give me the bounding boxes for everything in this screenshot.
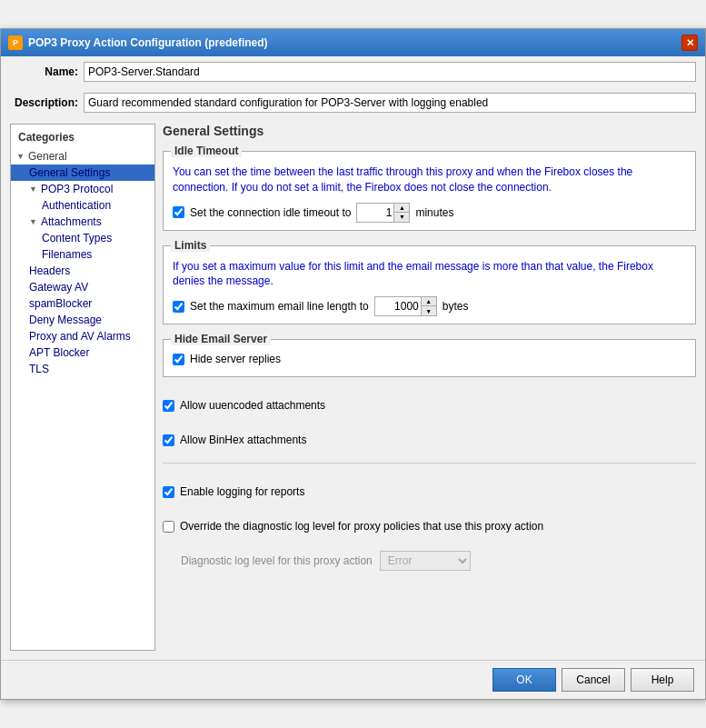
idle-timeout-value[interactable] (357, 204, 393, 222)
enable-logging-checkbox[interactable] (163, 486, 174, 498)
tree-label-deny-message: Deny Message (29, 314, 102, 326)
title-bar: P POP3 Proxy Action Configuration (prede… (1, 29, 705, 56)
tree-label-proxy-av-alarms: Proxy and AV Alarms (29, 330, 131, 343)
section-title: General Settings (163, 124, 696, 138)
idle-timeout-spinner: ▲ ▼ (356, 203, 410, 223)
description-row: Description: (1, 87, 705, 118)
diagnostic-select[interactable]: Error Warning Information Debug (380, 551, 471, 571)
limits-spinner: ▲ ▼ (374, 296, 437, 316)
limits-decrement[interactable]: ▼ (422, 306, 436, 315)
tree-label-pop3-protocol: POP3 Protocol (41, 183, 113, 195)
idle-timeout-checkbox-label: Set the connection idle timeout to (190, 206, 351, 219)
idle-timeout-content: You can set the time between the last tr… (164, 152, 695, 230)
hide-server-row: Hide server replies (173, 353, 686, 365)
idle-timeout-checkbox[interactable] (173, 206, 184, 218)
hide-email-group: Hide Email Server Hide server replies (163, 339, 696, 377)
limits-value[interactable] (375, 297, 421, 315)
idle-timeout-spinner-buttons: ▲ ▼ (393, 204, 409, 222)
bottom-bar: OK Cancel Help (1, 660, 705, 699)
name-label: Name: (10, 65, 78, 78)
expand-icon-general: ▼ (16, 152, 25, 161)
description-input[interactable] (84, 93, 696, 113)
hide-email-title: Hide Email Server (171, 333, 271, 345)
tree-item-filenames[interactable]: Filenames (11, 246, 154, 263)
idle-timeout-desc: You can set the time between the last tr… (173, 165, 686, 195)
tree-label-general-settings: General Settings (29, 166, 110, 179)
allow-binhex-row: Allow BinHex attachments (163, 434, 696, 446)
categories-panel: Categories ▼ General General Settings ▼ … (10, 124, 155, 651)
limits-content: If you set a maximum value for this limi… (164, 246, 695, 324)
tree-item-tls[interactable]: TLS (11, 361, 154, 377)
hide-email-content: Hide server replies (164, 340, 695, 376)
allow-binhex-label: Allow BinHex attachments (180, 434, 306, 446)
idle-timeout-control: Set the connection idle timeout to ▲ ▼ m… (173, 203, 686, 223)
tree-item-general[interactable]: ▼ General (11, 148, 154, 165)
name-input[interactable] (84, 62, 696, 82)
app-icon: P (8, 35, 23, 50)
close-button[interactable]: ✕ (681, 35, 698, 51)
limits-unit: bytes (442, 300, 469, 313)
tree-item-apt-blocker[interactable]: APT Blocker (11, 344, 154, 361)
allow-uuencoded-checkbox[interactable] (163, 400, 174, 412)
limits-desc: If you set a maximum value for this limi… (173, 259, 686, 290)
right-panel: General Settings Idle Timeout You can se… (163, 124, 696, 651)
main-window: P POP3 Proxy Action Configuration (prede… (0, 28, 706, 700)
categories-title: Categories (11, 128, 154, 148)
enable-logging-row: Enable logging for reports (163, 485, 696, 498)
idle-timeout-increment[interactable]: ▲ (394, 204, 409, 213)
tree-item-general-settings[interactable]: General Settings (11, 165, 154, 181)
window-title: POP3 Proxy Action Configuration (predefi… (28, 36, 268, 49)
tree-label-authentication: Authentication (42, 199, 111, 212)
tree-label-tls: TLS (29, 363, 49, 375)
tree-item-spamblocker[interactable]: spamBlocker (11, 295, 154, 312)
tree-item-content-types[interactable]: Content Types (11, 230, 154, 246)
allow-uuencoded-label: Allow uuencoded attachments (180, 399, 325, 412)
limits-checkbox[interactable] (173, 301, 184, 313)
tree-item-attachments[interactable]: ▼ Attachments (11, 214, 154, 230)
cancel-button[interactable]: Cancel (562, 668, 625, 692)
limits-title: Limits (171, 239, 210, 252)
idle-timeout-title: Idle Timeout (171, 145, 242, 157)
tree-item-headers[interactable]: Headers (11, 263, 154, 279)
override-diagnostic-label: Override the diagnostic log level for pr… (180, 520, 543, 533)
tree-label-gateway-av: Gateway AV (29, 281, 88, 294)
tree-label-filenames: Filenames (42, 248, 92, 261)
tree-item-authentication[interactable]: Authentication (11, 197, 154, 214)
allow-binhex-checkbox[interactable] (163, 434, 174, 446)
expand-icon-attachments: ▼ (29, 217, 38, 226)
tree-item-gateway-av[interactable]: Gateway AV (11, 279, 154, 295)
diagnostic-row: Diagnostic log level for this proxy acti… (181, 551, 696, 571)
limits-increment[interactable]: ▲ (422, 297, 436, 306)
tree-label-general: General (28, 150, 67, 163)
override-diagnostic-row: Override the diagnostic log level for pr… (163, 520, 696, 533)
hide-server-checkbox[interactable] (173, 354, 184, 365)
tree-label-content-types: Content Types (42, 232, 112, 244)
name-row: Name: (1, 56, 705, 87)
idle-timeout-group: Idle Timeout You can set the time betwee… (163, 151, 696, 231)
tree-item-pop3-protocol[interactable]: ▼ POP3 Protocol (11, 181, 154, 197)
override-diagnostic-checkbox[interactable] (163, 521, 174, 533)
main-content: Categories ▼ General General Settings ▼ … (1, 118, 705, 656)
tree-item-proxy-av-alarms[interactable]: Proxy and AV Alarms (11, 328, 154, 344)
hide-server-label: Hide server replies (190, 353, 281, 365)
tree-item-deny-message[interactable]: Deny Message (11, 312, 154, 328)
limits-group: Limits If you set a maximum value for th… (163, 245, 696, 325)
idle-timeout-unit: minutes (415, 206, 453, 219)
ok-button[interactable]: OK (492, 668, 556, 692)
tree-label-attachments: Attachments (41, 215, 102, 228)
limits-control: Set the maximum email line length to ▲ ▼… (173, 296, 686, 316)
title-bar-left: P POP3 Proxy Action Configuration (prede… (8, 35, 268, 50)
tree-label-apt-blocker: APT Blocker (29, 346, 89, 359)
allow-uuencoded-row: Allow uuencoded attachments (163, 399, 696, 412)
diagnostic-label: Diagnostic log level for this proxy acti… (181, 554, 373, 567)
idle-timeout-decrement[interactable]: ▼ (394, 213, 409, 222)
tree-label-spamblocker: spamBlocker (29, 297, 92, 310)
enable-logging-label: Enable logging for reports (180, 485, 304, 498)
expand-icon-pop3: ▼ (29, 184, 38, 194)
limits-checkbox-label: Set the maximum email line length to (190, 300, 369, 313)
limits-spinner-buttons: ▲ ▼ (421, 297, 436, 315)
divider (163, 463, 696, 464)
help-button[interactable]: Help (631, 668, 694, 692)
description-label: Description: (10, 96, 78, 109)
tree-label-headers: Headers (29, 264, 70, 277)
